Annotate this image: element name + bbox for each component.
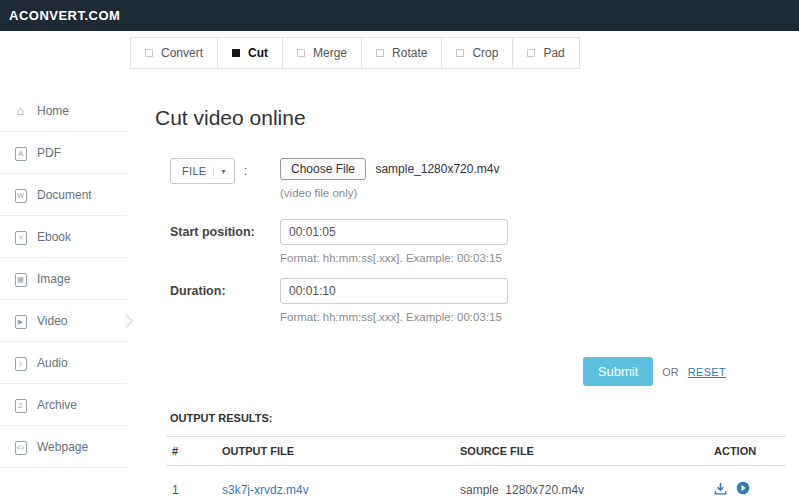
site-logo[interactable]: ACONVERT.COM (0, 8, 120, 23)
sidebar-item-label: Video (37, 314, 67, 328)
start-position-row: Start position: Format: hh:mm:ss[.xxx]. … (170, 219, 799, 264)
or-label: OR (662, 366, 679, 378)
table-row: 1 s3k7j-xrvdz.m4v sample_1280x720.m4v (166, 466, 786, 496)
start-position-label: Start position: (170, 219, 280, 239)
output-file-link[interactable]: s3k7j-xrvdz.m4v (222, 483, 309, 496)
submit-row: Submit OR RESET (127, 357, 799, 386)
image-icon: ▦ (13, 270, 28, 287)
table-header-action: ACTION (708, 437, 786, 466)
output-results-table: # OUTPUT FILE SOURCE FILE ACTION 1 s3k7j… (166, 436, 786, 496)
main-content: Convert Cut Merge Rotate Crop Pad (127, 31, 799, 496)
duration-hint: Format: hh:mm:ss[.xxx]. Example: 00:03:1… (280, 311, 508, 323)
play-icon[interactable] (736, 481, 750, 496)
caret-down-icon: ▾ (213, 167, 225, 176)
sidebar-item-video[interactable]: ▶ Video (0, 300, 127, 342)
file-control: Choose File sample_1280x720.m4v (video f… (280, 158, 499, 199)
sidebar-item-image[interactable]: ▦ Image (0, 258, 127, 300)
webpage-icon: <> (13, 438, 28, 455)
sidebar-item-ebook[interactable]: ≡ Ebook (0, 216, 127, 258)
sidebar-item-label: Image (37, 272, 70, 286)
sidebar-item-document[interactable]: W Document (0, 174, 127, 216)
file-dropdown-label: FILE (182, 165, 206, 177)
table-header-num: # (166, 437, 216, 466)
sidebar-item-label: PDF (37, 146, 61, 160)
tab-convert[interactable]: Convert (130, 37, 218, 69)
tab-rotate[interactable]: Rotate (361, 37, 442, 69)
video-icon: ▶ (13, 312, 28, 329)
source-file-name: sample_1280x720.m4v (454, 466, 708, 496)
download-icon[interactable] (714, 482, 727, 496)
tab-cut[interactable]: Cut (217, 37, 283, 69)
tab-label: Rotate (392, 46, 427, 60)
page: ACONVERT.COM ⌂ Home A PDF W Document ≡ E… (0, 0, 799, 496)
reset-link[interactable]: RESET (688, 366, 726, 378)
checkbox-icon (527, 49, 535, 57)
output-results-title: OUTPUT RESULTS: (170, 412, 799, 424)
tab-crop[interactable]: Crop (441, 37, 513, 69)
sidebar-item-label: Document (37, 188, 92, 202)
tab-merge[interactable]: Merge (282, 37, 362, 69)
tab-label: Merge (313, 46, 347, 60)
file-row: FILE ▾ : Choose File sample_1280x720.m4v… (170, 158, 799, 199)
table-header-output-file: OUTPUT FILE (216, 437, 454, 466)
tab-label: Pad (543, 46, 564, 60)
choose-file-button[interactable]: Choose File (280, 158, 366, 180)
tab-bar: Convert Cut Merge Rotate Crop Pad (127, 31, 799, 69)
start-position-hint: Format: hh:mm:ss[.xxx]. Example: 00:03:1… (280, 252, 508, 264)
duration-input[interactable] (280, 278, 508, 304)
cut-form: FILE ▾ : Choose File sample_1280x720.m4v… (170, 158, 799, 323)
tab-label: Cut (248, 46, 268, 60)
duration-control: Format: hh:mm:ss[.xxx]. Example: 00:03:1… (280, 278, 508, 323)
checkbox-icon (145, 49, 153, 57)
sidebar: ⌂ Home A PDF W Document ≡ Ebook ▦ Image … (0, 31, 127, 496)
ebook-icon: ≡ (13, 228, 28, 245)
archive-icon: Z (13, 396, 28, 413)
checkbox-icon (232, 49, 240, 57)
tab-label: Crop (472, 46, 498, 60)
file-colon: : (244, 164, 247, 178)
home-icon: ⌂ (13, 103, 28, 118)
sidebar-item-pdf[interactable]: A PDF (0, 132, 127, 174)
file-source-dropdown[interactable]: FILE ▾ (170, 158, 235, 184)
tab-pad[interactable]: Pad (512, 37, 579, 69)
table-header-row: # OUTPUT FILE SOURCE FILE ACTION (166, 437, 786, 466)
table-header-source-file: SOURCE FILE (454, 437, 708, 466)
audio-icon: ♪ (13, 354, 28, 371)
sidebar-item-label: Home (37, 104, 69, 118)
duration-row: Duration: Format: hh:mm:ss[.xxx]. Exampl… (170, 278, 799, 323)
duration-label: Duration: (170, 278, 280, 298)
document-icon: W (13, 186, 28, 203)
file-label-col: FILE ▾ : (170, 158, 280, 184)
page-title: Cut video online (155, 106, 799, 130)
checkbox-icon (376, 49, 384, 57)
selected-file-name: sample_1280x720.m4v (375, 162, 499, 176)
sidebar-nav: ⌂ Home A PDF W Document ≡ Ebook ▦ Image … (0, 90, 127, 468)
sidebar-item-label: Audio (37, 356, 68, 370)
sidebar-item-webpage[interactable]: <> Webpage (0, 426, 127, 468)
sidebar-item-label: Ebook (37, 230, 71, 244)
checkbox-icon (456, 49, 464, 57)
pdf-icon: A (13, 144, 28, 161)
topbar: ACONVERT.COM (0, 0, 799, 31)
checkbox-icon (297, 49, 305, 57)
sidebar-item-archive[interactable]: Z Archive (0, 384, 127, 426)
start-position-input[interactable] (280, 219, 508, 245)
sidebar-item-label: Webpage (37, 440, 88, 454)
row-number: 1 (166, 466, 216, 496)
start-position-control: Format: hh:mm:ss[.xxx]. Example: 00:03:1… (280, 219, 508, 264)
file-hint: (video file only) (280, 187, 499, 199)
tab-label: Convert (161, 46, 203, 60)
sidebar-item-audio[interactable]: ♪ Audio (0, 342, 127, 384)
submit-button[interactable]: Submit (583, 357, 653, 386)
sidebar-item-home[interactable]: ⌂ Home (0, 90, 127, 132)
sidebar-item-label: Archive (37, 398, 77, 412)
